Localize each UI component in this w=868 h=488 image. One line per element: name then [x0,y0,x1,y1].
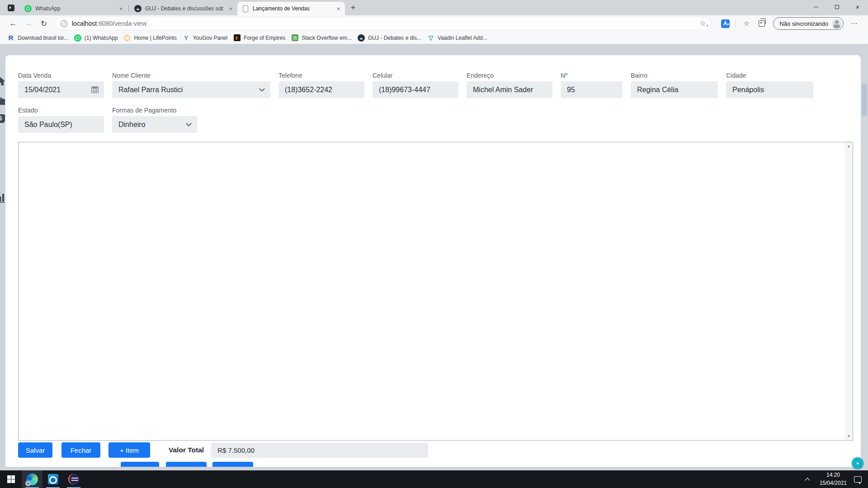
tray-expand-button[interactable] [800,477,815,482]
stack-overflow-icon [292,34,298,41]
scroll-up-icon[interactable]: ▲ [845,144,853,148]
scrollbar-thumb[interactable] [862,84,867,116]
letter-r-icon: R [7,34,14,42]
screen: WhatsApp × GUJ - Debates e discussões so… [0,0,868,488]
bookmark-vaadin-leaflet[interactable]: ▽ Vaadin Leaflet Add... [426,34,492,42]
new-tab-button[interactable]: + [347,1,359,14]
toolbar-divider [736,19,736,28]
tab-close-icon[interactable]: × [227,5,235,13]
sync-profile-button[interactable]: Não sincronizando [773,17,844,30]
tab-lancamento-de-vendas[interactable]: Lançamento de Vendas × [237,2,345,15]
data-venda-input[interactable]: 15/04/2021 [18,81,104,98]
close-icon: × [856,4,860,10]
browser-scrollbar[interactable] [861,45,868,470]
grid-scrollbar[interactable]: ▲ ▼ [845,142,853,440]
action-center-icon[interactable] [854,476,862,483]
field-endereco: Endereço Michel Amin Sader [467,72,552,98]
favorites-button[interactable]: ☆ [739,17,754,30]
windows-taskbar: 14:20 15/04/2021 [0,470,868,488]
bookmark-whatsapp[interactable]: (1) WhatsApp [73,34,123,42]
tab-separator [128,5,129,12]
address-bar[interactable]: i localhost:8080/venda-view ☆ [55,17,711,30]
close-button[interactable]: × [847,0,868,14]
vaadin-dev-tools-badge[interactable]: ▾ [852,457,863,469]
edge-taskbar-button[interactable] [22,470,42,488]
form-row-1: Data Venda 15/04/2021 Nome Cliente Rafae… [5,72,861,98]
tab-guj[interactable]: GUJ - Debates e discussões sobr × [130,2,237,15]
endereco-input[interactable]: Michel Amin Sader [467,81,552,98]
save-button[interactable]: Salvar [18,442,52,458]
telefone-input[interactable]: (18)3652-2242 [278,81,364,98]
tab-whatsapp[interactable]: WhatsApp × [20,2,127,15]
start-button[interactable] [0,470,22,488]
field-numero: Nº 95 [561,72,623,98]
tab-close-icon[interactable]: × [335,5,342,13]
total-label: Valor Total [169,446,204,454]
bookmark-stack-overflow[interactable]: Stack Overflow em... [290,34,357,42]
bairro-input[interactable]: Regina Célia [631,81,718,98]
add-item-button[interactable]: + Item [108,442,150,458]
page-icon [243,5,248,12]
tab-close-icon[interactable]: × [117,5,125,13]
form-row-2: Estado São Paulo(SP) Formas de Pagamento… [5,107,861,133]
close-form-button[interactable]: Fechar [61,442,100,458]
nome-cliente-combobox[interactable]: Rafael Parra Rustici [112,81,270,98]
form-footer: Salvar Fechar + Item Valor Total R$ 7.50… [5,442,861,458]
eclipse-icon [68,474,80,485]
bookmark-forge-of-empires[interactable]: F Forge of Empires [232,34,290,42]
celular-input[interactable]: (18)99673-4447 [373,81,458,98]
field-data-venda: Data Venda 15/04/2021 [18,72,104,98]
page-viewport: $ Data Venda 15/04/2021 Nome Cliente Raf… [0,45,868,470]
profile-avatar [832,19,841,28]
translate-button[interactable]: A [717,17,733,30]
site-info-icon[interactable]: i [61,20,67,27]
forge-of-empires-icon: F [234,34,241,41]
browser-toolbar: ← → ↻ i localhost:8080/venda-view ☆ A ☆ … [0,15,868,32]
total-value-field[interactable]: R$ 7.500,00 [211,443,428,458]
vaadin-leaflet-icon: ▽ [427,34,434,42]
chevron-down-icon[interactable] [259,86,265,92]
outlook-taskbar-button[interactable] [42,470,63,488]
field-formas-pagamento: Formas de Pagamento Dinheiro [112,107,197,133]
clock-date: 15/04/2021 [820,479,847,487]
estado-input[interactable]: São Paulo(SP) [18,116,104,133]
windows-logo-icon [7,475,15,483]
items-grid[interactable]: ▲ ▼ [18,142,853,441]
collections-icon [759,20,765,27]
minimize-icon [814,7,818,7]
bookmark-download-brasil[interactable]: R Download brasil tor... [6,34,73,42]
sync-status-label: Não sincronizando [779,20,828,27]
field-nome-cliente: Nome Cliente Rafael Parra Rustici [112,72,270,98]
tab-actions-button[interactable] [5,1,17,14]
hidden-action-button-2[interactable] [166,462,207,467]
guj-icon [358,34,365,42]
add-favorite-icon[interactable]: ☆ [700,19,708,28]
collections-button[interactable] [754,17,769,30]
maximize-button[interactable] [826,0,847,14]
calendar-icon[interactable] [91,86,99,93]
formas-pagamento-select[interactable]: Dinheiro [112,116,197,133]
field-telefone: Telefone (18)3652-2242 [278,72,364,98]
scroll-down-icon[interactable]: ▼ [845,434,853,438]
bookmark-lifepoints[interactable]: Home | LifePoints [123,34,182,42]
whatsapp-icon [74,34,81,42]
cidade-input[interactable]: Penápolis [726,81,813,98]
bookmarks-bar: R Download brasil tor... (1) WhatsApp Ho… [0,32,868,44]
hidden-action-button-3[interactable] [212,462,253,467]
taskbar-clock[interactable]: 14:20 15/04/2021 [815,471,851,487]
bookmark-guj[interactable]: GUJ - Debates e dis... [357,34,426,42]
back-button[interactable]: ← [5,17,21,30]
window-controls: × [806,0,868,14]
forward-button[interactable]: → [21,17,36,30]
maximize-icon [835,5,839,9]
chevron-down-icon[interactable] [186,121,192,127]
hidden-action-button-1[interactable] [121,462,159,467]
bookmark-yougov[interactable]: Y YouGov Panel [182,34,232,42]
settings-menu-button[interactable]: ⋯ [846,17,862,30]
url-text: localhost:8080/venda-view [72,20,700,27]
refresh-button[interactable]: ↻ [36,17,52,30]
numero-input[interactable]: 95 [561,81,623,98]
minimize-button[interactable] [806,0,826,14]
eclipse-taskbar-button[interactable] [63,470,84,488]
guj-icon [134,5,142,12]
